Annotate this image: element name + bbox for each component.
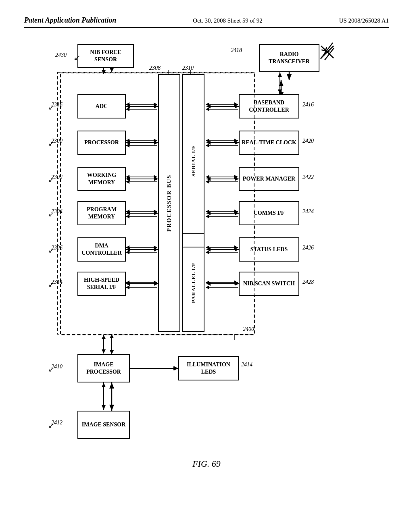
status-leds-box: STATUS LEDS (239, 237, 299, 262)
svg-line-56 (321, 43, 333, 59)
svg-marker-119 (206, 285, 209, 289)
svg-marker-123 (102, 335, 106, 339)
svg-marker-89 (126, 285, 129, 289)
svg-marker-40 (235, 282, 239, 286)
svg-marker-25 (235, 104, 239, 108)
real-time-clock-box: REAL-TIME CLOCK (239, 131, 299, 155)
comms-if-box: COMMS I/F (239, 201, 299, 225)
processor-box: PROCESSOR (77, 131, 126, 155)
svg-marker-26 (206, 104, 211, 108)
svg-marker-107 (206, 210, 209, 214)
ref-2420: 2420 (302, 138, 314, 144)
ref-2418: 2418 (231, 47, 242, 54)
ref-2428: 2428 (302, 279, 314, 285)
ref-2306-arrow: ↙ (48, 247, 54, 254)
svg-marker-72 (126, 175, 129, 179)
svg-marker-76 (154, 210, 157, 214)
antenna-lines (319, 41, 335, 61)
ref-2416: 2416 (302, 102, 314, 108)
svg-marker-92 (206, 102, 209, 106)
svg-marker-74 (126, 180, 129, 184)
svg-marker-59 (102, 70, 106, 74)
ref-2426: 2426 (302, 245, 314, 251)
svg-marker-112 (206, 245, 209, 249)
illumination-leds-box: ILLUMINATION LEDS (178, 356, 239, 380)
svg-marker-37 (235, 247, 239, 251)
date-sheet-label: Oct. 30, 2008 Sheet 59 of 92 (193, 17, 262, 24)
svg-marker-106 (234, 210, 238, 214)
dma-controller-box: DMA CONTROLLER (77, 237, 126, 262)
svg-marker-23 (126, 282, 130, 286)
svg-marker-28 (235, 141, 239, 145)
ref-2300-arrow: ↙ (48, 140, 54, 148)
svg-marker-8 (126, 104, 130, 108)
adc-box: ADC (77, 94, 126, 118)
svg-marker-35 (206, 211, 211, 215)
svg-marker-34 (235, 211, 239, 215)
svg-marker-69 (126, 143, 129, 148)
ref-2310: 2310 (182, 65, 194, 71)
svg-marker-81 (154, 245, 157, 249)
svg-marker-77 (126, 210, 129, 214)
svg-marker-31 (235, 177, 239, 181)
svg-marker-32 (206, 177, 211, 181)
svg-marker-109 (206, 214, 209, 218)
svg-marker-61 (154, 102, 157, 106)
program-memory-box: PROGRAM MEMORY (77, 201, 126, 225)
baseband-controller-box: BASEBAND CONTROLLER (239, 94, 299, 118)
svg-marker-114 (206, 250, 209, 254)
parallel-if-box: PARALLEL I/F (182, 233, 204, 332)
svg-marker-46 (174, 366, 178, 370)
svg-marker-64 (126, 107, 129, 111)
svg-marker-14 (126, 177, 130, 181)
image-sensor-box: IMAGE SENSOR (77, 411, 130, 439)
svg-marker-82 (126, 245, 129, 249)
publication-label: Patent Application Publication (24, 16, 116, 25)
ref-2422: 2422 (302, 174, 314, 181)
ref-2400: 2400 (243, 326, 254, 332)
svg-marker-43 (110, 350, 114, 354)
svg-marker-97 (206, 139, 209, 143)
power-manager-box: POWER MANAGER (239, 167, 299, 191)
svg-marker-94 (206, 107, 209, 111)
patent-number-label: US 2008/265028 A1 (339, 17, 389, 24)
svg-marker-20 (126, 247, 130, 251)
serial-if-box: SERIAL I/F (182, 74, 204, 247)
svg-marker-2 (110, 68, 114, 72)
svg-marker-116 (234, 281, 238, 285)
ref-2412-arrow: ↙ (48, 422, 54, 430)
svg-marker-104 (206, 180, 209, 184)
figure-caption: FIG. 69 (33, 459, 380, 469)
svg-marker-48 (109, 382, 114, 389)
ref-2302-arrow: ↙ (48, 176, 54, 184)
svg-marker-122 (102, 349, 106, 353)
svg-marker-51 (279, 80, 284, 86)
svg-marker-79 (126, 214, 129, 218)
nib-force-sensor-box: NIB FORCE SENSOR (77, 44, 134, 68)
header: Patent Application Publication Oct. 30, … (24, 16, 389, 28)
svg-marker-13 (154, 177, 158, 181)
diagram-area: NIB FORCE SENSOR 2430 ↙ RADIO TRANSCEIVE… (33, 36, 380, 471)
ref-2430: 2430 (55, 52, 67, 58)
svg-marker-11 (126, 141, 130, 145)
svg-marker-102 (206, 175, 209, 179)
svg-marker-29 (206, 141, 211, 145)
svg-marker-128 (102, 405, 106, 410)
ref-2304-arrow: ↙ (48, 210, 54, 218)
svg-marker-19 (154, 247, 158, 251)
svg-marker-10 (154, 141, 158, 145)
processor-bus-box: PROCESSOR BUS (158, 74, 180, 332)
svg-marker-117 (206, 281, 209, 285)
ref-2424: 2424 (302, 208, 314, 215)
svg-marker-99 (206, 143, 209, 148)
svg-marker-130 (278, 72, 282, 77)
ref-2316-arrow: ↙ (48, 104, 54, 111)
svg-marker-71 (154, 175, 157, 179)
svg-marker-101 (234, 175, 238, 179)
svg-marker-96 (234, 139, 238, 143)
page: Patent Application Publication Oct. 30, … (0, 0, 413, 532)
svg-line-57 (325, 48, 334, 60)
svg-marker-86 (154, 281, 157, 285)
svg-marker-7 (154, 104, 158, 108)
svg-marker-127 (102, 382, 106, 387)
